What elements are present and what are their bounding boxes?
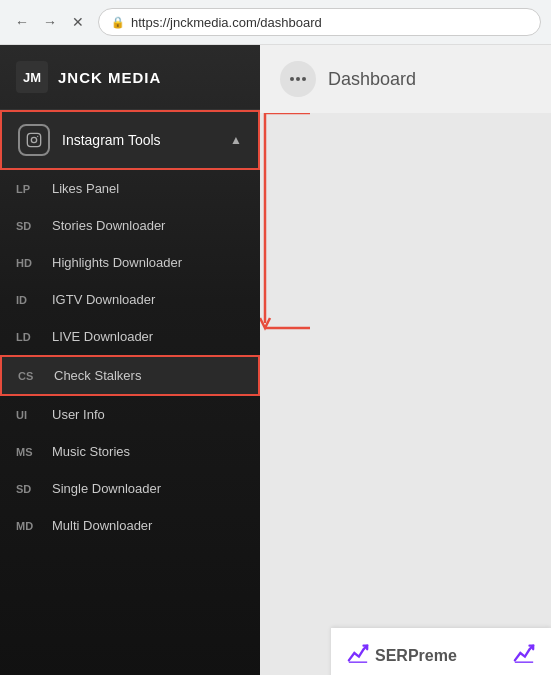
menu-label-stories-downloader: Stories Downloader xyxy=(52,218,165,233)
menu-label-likes-panel: Likes Panel xyxy=(52,181,119,196)
back-button[interactable]: ← xyxy=(10,10,34,34)
address-bar[interactable]: 🔒 https://jnckmedia.com/dashboard xyxy=(98,8,541,36)
menu-abbr-ms: MS xyxy=(16,446,40,458)
menu-label-user-info: User Info xyxy=(52,407,105,422)
sidebar-item-likes-panel[interactable]: LP Likes Panel xyxy=(0,170,260,207)
logo-text: JNCK MEDIA xyxy=(58,69,161,86)
menu-label-highlights-downloader: Highlights Downloader xyxy=(52,255,182,270)
svg-point-2 xyxy=(37,136,38,137)
menu-abbr-md: MD xyxy=(16,520,40,532)
menu-label-live-downloader: LIVE Downloader xyxy=(52,329,153,344)
annotation-overlay xyxy=(260,113,551,675)
menu-abbr-hd: HD xyxy=(16,257,40,269)
close-button[interactable]: ✕ xyxy=(66,10,90,34)
sidebar-item-live-downloader[interactable]: LD LIVE Downloader xyxy=(0,318,260,355)
menu-label-igtv-downloader: IGTV Downloader xyxy=(52,292,155,307)
sidebar-item-check-stalkers[interactable]: CS Check Stalkers xyxy=(0,355,260,396)
menu-abbr-id: ID xyxy=(16,294,40,306)
dot1 xyxy=(290,77,294,81)
sidebar-item-igtv-downloader[interactable]: ID IGTV Downloader xyxy=(0,281,260,318)
sidebar-item-instagram-tools[interactable]: Instagram Tools ▲ xyxy=(0,110,260,170)
sidebar-item-music-stories[interactable]: MS Music Stories xyxy=(0,433,260,470)
main-content: Dashboard xyxy=(260,45,551,675)
dot2 xyxy=(296,77,300,81)
svg-rect-0 xyxy=(27,133,40,146)
main-body: SERPreme xyxy=(260,113,551,675)
lock-icon: 🔒 xyxy=(111,16,125,29)
serpreme-right-icon xyxy=(513,642,535,669)
logo-square: JM xyxy=(16,61,48,93)
menu-abbr-sd: SD xyxy=(16,220,40,232)
sidebar-item-highlights-downloader[interactable]: HD Highlights Downloader xyxy=(0,244,260,281)
chevron-up-icon: ▲ xyxy=(230,133,242,147)
sidebar-content: JM JNCK MEDIA Instagram Tools ▲ LP xyxy=(0,45,260,544)
instagram-tools-label: Instagram Tools xyxy=(62,132,218,148)
serpreme-left-icon xyxy=(347,642,369,669)
instagram-icon xyxy=(18,124,50,156)
serpreme-text: SERPreme xyxy=(375,647,457,665)
menu-abbr-ui: UI xyxy=(16,409,40,421)
sidebar-item-multi-downloader[interactable]: MD Multi Downloader xyxy=(0,507,260,544)
browser-chrome: ← → ✕ 🔒 https://jnckmedia.com/dashboard xyxy=(0,0,551,45)
menu-abbr-lp: LP xyxy=(16,183,40,195)
menu-label-check-stalkers: Check Stalkers xyxy=(54,368,141,383)
menu-abbr-ld: LD xyxy=(16,331,40,343)
app-container: JM JNCK MEDIA Instagram Tools ▲ LP xyxy=(0,45,551,675)
url-text: https://jnckmedia.com/dashboard xyxy=(131,15,322,30)
sidebar: JM JNCK MEDIA Instagram Tools ▲ LP xyxy=(0,45,260,675)
sidebar-item-single-downloader[interactable]: SD Single Downloader xyxy=(0,470,260,507)
sidebar-item-stories-downloader[interactable]: SD Stories Downloader xyxy=(0,207,260,244)
menu-abbr-cs: CS xyxy=(18,370,42,382)
dot3 xyxy=(302,77,306,81)
nav-buttons: ← → ✕ xyxy=(10,10,90,34)
svg-point-1 xyxy=(31,137,36,142)
main-header: Dashboard xyxy=(260,45,551,113)
serpreme-left: SERPreme xyxy=(347,642,457,669)
page-title: Dashboard xyxy=(328,69,416,90)
menu-abbr-sd2: SD xyxy=(16,483,40,495)
serpreme-banner: SERPreme xyxy=(331,628,551,675)
menu-label-multi-downloader: Multi Downloader xyxy=(52,518,152,533)
menu-label-single-downloader: Single Downloader xyxy=(52,481,161,496)
three-dots-button[interactable] xyxy=(280,61,316,97)
sidebar-item-user-info[interactable]: UI User Info xyxy=(0,396,260,433)
forward-button[interactable]: → xyxy=(38,10,62,34)
sidebar-header: JM JNCK MEDIA xyxy=(0,45,260,110)
menu-label-music-stories: Music Stories xyxy=(52,444,130,459)
